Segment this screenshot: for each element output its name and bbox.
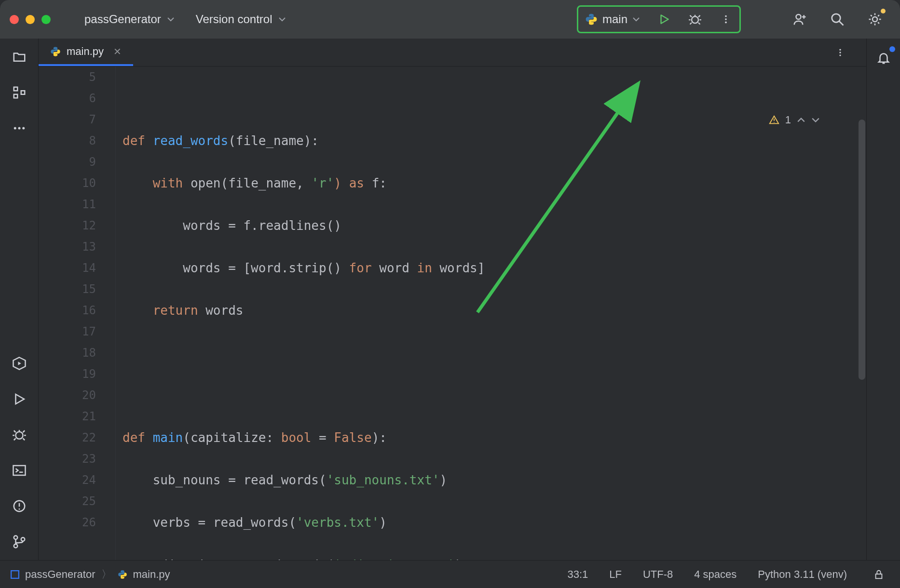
svg-point-22 <box>839 54 841 56</box>
tab-filename: main.py <box>67 45 104 58</box>
code-line: def read_words(file_name): <box>123 130 866 151</box>
line-number: 19 <box>39 363 96 385</box>
play-icon <box>658 13 670 26</box>
run-config-selector[interactable]: main <box>581 11 644 28</box>
editor-tabs-more[interactable] <box>830 42 851 63</box>
lock-icon <box>873 569 884 580</box>
svg-rect-8 <box>14 94 17 98</box>
navbar-breadcrumb[interactable]: passGenerator 〉 main.py <box>11 567 170 582</box>
line-number: 23 <box>39 448 96 469</box>
svg-point-3 <box>725 22 727 24</box>
readonly-toggle[interactable] <box>868 564 889 585</box>
notifications-button[interactable] <box>873 47 894 68</box>
chevron-down-icon <box>632 15 640 23</box>
more-vertical-icon <box>835 48 845 57</box>
line-number: 17 <box>39 321 96 342</box>
debug-toolwindow-button[interactable] <box>9 424 30 445</box>
warning-circle-icon <box>12 499 27 513</box>
svg-point-0 <box>692 16 698 23</box>
code-line: sub_nouns = read_words('sub_nouns.txt') <box>123 469 866 491</box>
gutter[interactable]: 5 6 7 8 9 10 11 12 13 14 15 16 17 18 19 … <box>39 67 116 560</box>
structure-icon <box>12 85 27 100</box>
play-in-hex-icon <box>12 356 27 371</box>
person-plus-icon <box>792 12 807 27</box>
python-file-icon <box>118 570 127 579</box>
run-button[interactable] <box>654 9 675 30</box>
editor: main.py ✕ 1 5 6 7 8 9 10 11 12 13 14 15 … <box>39 39 866 560</box>
svg-point-18 <box>14 544 17 548</box>
project-selector[interactable]: passGenerator <box>80 10 179 29</box>
close-tab-button[interactable]: ✕ <box>113 46 122 57</box>
terminal-icon <box>12 463 27 478</box>
svg-point-10 <box>14 127 16 130</box>
code-with-me-button[interactable] <box>789 9 810 30</box>
line-number: 20 <box>39 385 96 406</box>
code-line: words = [word.strip() for word in words] <box>123 257 866 279</box>
project-toolwindow-button[interactable] <box>9 46 30 67</box>
code-line: adjectives = read_words('adjectives.txt'… <box>123 554 866 560</box>
svg-point-12 <box>22 127 25 130</box>
svg-point-6 <box>873 17 877 22</box>
run-toolwindow-button[interactable] <box>9 388 30 410</box>
code-line: verbs = read_words('verbs.txt') <box>123 512 866 533</box>
bug-icon <box>12 428 27 442</box>
close-window-button[interactable] <box>10 15 19 24</box>
python-interpreter[interactable]: Python 3.11 (venv) <box>758 568 847 581</box>
caret-position[interactable]: 33:1 <box>567 568 588 581</box>
svg-point-4 <box>796 14 801 19</box>
left-toolwindow-stripe <box>0 39 39 560</box>
vertical-scrollbar[interactable] <box>859 120 865 380</box>
code-line: def main(capitalize: bool = False): <box>123 427 866 448</box>
settings-button[interactable] <box>864 9 886 30</box>
line-number: 24 <box>39 469 96 491</box>
code-area[interactable]: def read_words(file_name): with open(fil… <box>116 67 866 560</box>
indent-settings[interactable]: 4 spaces <box>694 568 736 581</box>
file-encoding[interactable]: UTF-8 <box>643 568 673 581</box>
svg-point-17 <box>14 536 17 540</box>
python-icon <box>585 13 598 26</box>
git-branch-icon <box>12 535 27 549</box>
line-number: 22 <box>39 427 96 448</box>
line-number: 13 <box>39 236 96 257</box>
structure-toolwindow-button[interactable] <box>9 82 30 103</box>
more-vertical-icon <box>721 14 731 25</box>
line-number: 12 <box>39 215 96 236</box>
line-number: 25 <box>39 491 96 512</box>
code-line: return words <box>123 300 866 321</box>
run-config-name: main <box>602 13 627 26</box>
debug-button[interactable] <box>684 9 706 30</box>
svg-rect-24 <box>11 571 19 578</box>
more-run-options[interactable] <box>715 9 736 30</box>
svg-point-5 <box>832 14 841 23</box>
line-number: 26 <box>39 512 96 533</box>
line-separator[interactable]: LF <box>609 568 622 581</box>
terminal-toolwindow-button[interactable] <box>9 460 30 481</box>
editor-tab-main[interactable]: main.py ✕ <box>39 39 133 66</box>
vcs-toolwindow-button[interactable] <box>9 531 30 552</box>
chevron-down-icon <box>278 15 286 23</box>
code-line <box>123 342 866 363</box>
more-horizontal-icon <box>12 121 27 135</box>
maximize-window-button[interactable] <box>41 15 51 24</box>
services-toolwindow-button[interactable] <box>9 353 30 374</box>
line-number: 9 <box>39 151 96 173</box>
line-number: 8 <box>39 130 96 151</box>
line-number: 11 <box>39 194 96 215</box>
svg-point-21 <box>839 52 841 53</box>
vcs-selector[interactable]: Version control <box>191 10 291 29</box>
statusbar: passGenerator 〉 main.py 33:1 LF UTF-8 4 … <box>0 560 900 588</box>
notification-dot <box>889 46 895 52</box>
play-icon <box>12 392 27 406</box>
bug-icon <box>688 13 702 26</box>
vcs-label: Version control <box>196 13 273 26</box>
bell-icon <box>876 51 891 65</box>
folder-icon <box>12 50 27 64</box>
problems-toolwindow-button[interactable] <box>9 495 30 517</box>
minimize-window-button[interactable] <box>26 15 35 24</box>
more-toolwindows-button[interactable] <box>9 118 30 139</box>
svg-rect-25 <box>876 574 882 578</box>
code-line <box>123 88 866 109</box>
svg-point-14 <box>15 432 23 439</box>
svg-point-11 <box>18 127 20 130</box>
search-everywhere-button[interactable] <box>827 9 848 30</box>
